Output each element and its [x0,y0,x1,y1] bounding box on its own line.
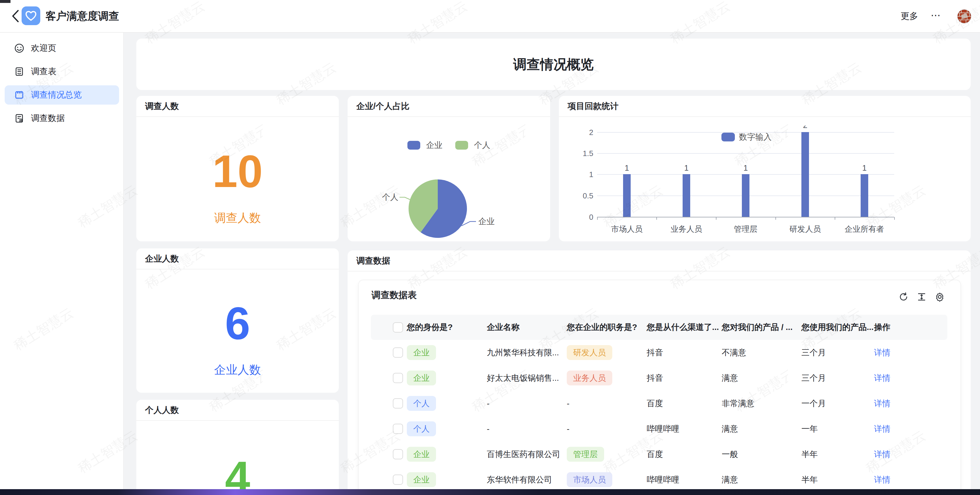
col-header-duration: 您使用我们的产品... [802,315,870,340]
duration-cell: 半年 [802,467,870,492]
position-tag: 管理层 [567,447,604,462]
app-window: 客户满意度调查 更多 ⋯ 欢迎页 [0,0,980,495]
x-tick: 研发人员 [776,224,834,234]
bar-business [682,174,690,217]
identity-tag: 企业 [407,345,436,360]
col-header-satisfaction: 您对我们的产品 / ... [722,315,798,340]
position-tag: - [567,424,570,434]
identity-tag: 个人 [407,422,436,437]
bar-value: 2 [794,126,817,130]
pie-callout-line-personal [399,197,410,200]
detail-link[interactable]: 详情 [874,474,890,485]
pie-callout-personal: 个人 [382,193,398,202]
satisfaction-cell: 满意 [722,416,798,442]
duration-cell: 三个月 [802,340,870,365]
bar-legend: 数字输入 [721,131,772,142]
row-checkbox[interactable] [393,347,403,358]
sidebar-item-label: 欢迎页 [31,42,56,54]
row-checkbox[interactable] [393,449,403,459]
sidebar-item-survey-form[interactable]: 调查表 [5,62,119,81]
bar-owner [861,174,868,217]
card-title: 企业人数 [145,248,179,269]
bar-value: 1 [734,164,757,173]
y-tick: 2 [561,128,593,137]
more-ellipsis-button[interactable]: ⋯ [931,0,942,32]
detail-link[interactable]: 详情 [874,449,890,460]
stat-value-enterprise-count: 6 [136,297,339,350]
sidebar-item-label: 调查表 [31,66,56,77]
channel-cell: 百度 [647,391,719,416]
table-row: 企业 九州繁华科技有限... 研发人员 抖音 不满意 三个月 详情 [371,340,947,366]
col-header-identity: 您的身份是? [407,315,483,340]
detail-link[interactable]: 详情 [874,372,890,384]
card-title: 调查人数 [145,96,179,116]
row-checkbox[interactable] [393,424,403,434]
col-header-position: 您在企业的职务是? [567,315,643,340]
back-button[interactable] [8,8,23,24]
sidebar-item-survey-data[interactable]: 调查数据 [5,109,119,128]
bar-chart-plot: 2 1.5 1 0.5 0 1 1 1 2 1 市场人员 业务人员 [559,126,970,241]
position-tag: 研发人员 [567,345,612,360]
survey-data-card: 调查数据 调查数据表 您的身份是? [348,251,970,495]
select-all-checkbox[interactable] [393,322,403,332]
channel-cell: 哔哩哔哩 [647,416,719,442]
more-button[interactable]: 更多 [900,0,918,32]
company-cell: - [487,391,563,416]
table-row: 个人 - - 百度 非常满意 一个月 详情 [371,391,947,417]
pie-chart-card: 企业/个人占比 企业 个人 个人 企业 [348,96,550,241]
channel-cell: 抖音 [647,340,719,365]
detail-link[interactable]: 详情 [874,423,890,434]
position-tag: 市场人员 [567,472,612,487]
duration-cell: 半年 [802,442,870,467]
duration-cell: 一个月 [802,391,870,416]
main-content: 调查情况概览 调查人数 10 调查人数 企业/个人占比 企业 个人 个人 [123,33,980,495]
form-icon [14,66,24,77]
identity-tag: 企业 [407,447,436,462]
col-header-channel: 您是从什么渠道了... [647,315,719,340]
bar-value: 1 [615,164,638,173]
background-window-edge [0,0,11,3]
user-avatar[interactable] [957,10,971,23]
refresh-button[interactable] [898,291,909,302]
detail-link[interactable]: 详情 [874,398,890,409]
stat-label-enterprise-count: 企业人数 [136,362,339,378]
satisfaction-cell: 不满意 [722,340,798,365]
sidebar-item-survey-overview[interactable]: 调查情况总览 [5,85,119,105]
satisfaction-cell: 满意 [722,365,798,391]
stat-value-personal-count: 4 [136,452,339,495]
col-header-company: 企业名称 [487,315,563,340]
x-tick: 管理层 [716,224,775,234]
x-tick: 业务人员 [657,224,716,234]
y-tick: 0 [561,213,593,222]
satisfaction-cell: 一般 [722,442,798,467]
row-checkbox[interactable] [393,398,403,409]
row-checkbox[interactable] [393,474,403,485]
row-checkbox[interactable] [393,373,403,383]
bar-value: 1 [853,164,876,173]
position-tag: 业务人员 [567,370,612,386]
stat-card-survey-count: 调查人数 10 调查人数 [136,96,339,241]
company-cell: 好太太电饭锅销售... [487,365,563,391]
row-height-button[interactable] [916,291,927,302]
app-logo-heart-icon [22,6,40,25]
bar-chart-card: 项目回款统计 数字输入 2 1.5 1 0.5 0 [559,96,970,241]
card-title: 项目回款统计 [568,96,619,116]
settings-button[interactable] [934,291,945,302]
table-row: 企业 百博生医药有限公司 管理层 百度 一般 半年 详情 [371,442,947,468]
dock-bar-edge [0,489,980,495]
legend-swatch-number-input [721,133,735,141]
stat-label-survey-count: 调查人数 [136,210,339,226]
satisfaction-cell: 满意 [722,467,798,492]
sidebar-item-welcome[interactable]: 欢迎页 [5,38,119,58]
row-height-icon [917,292,927,302]
identity-tag: 企业 [407,370,436,386]
table-row: 企业 好太太电饭锅销售... 业务人员 抖音 满意 三个月 详情 [371,365,947,391]
refresh-icon [899,292,908,302]
detail-link[interactable]: 详情 [874,347,890,358]
position-tag: - [567,399,570,409]
data-doc-icon [14,113,24,124]
card-title: 企业/个人占比 [356,96,409,116]
stat-card-personal-count: 个人人数 4 [136,400,339,495]
company-cell: 百博生医药有限公司 [487,442,563,467]
back-chevron-icon [13,11,18,22]
